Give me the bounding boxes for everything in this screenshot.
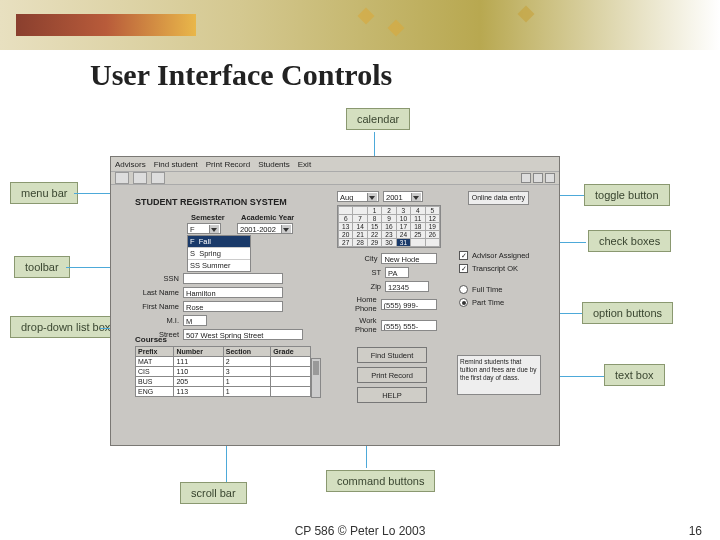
label-menubar: menu bar <box>10 182 78 204</box>
toolbar-button[interactable] <box>151 172 165 184</box>
print-record-button[interactable]: Print Record <box>357 367 427 383</box>
find-student-button[interactable]: Find Student <box>357 347 427 363</box>
menu-bar[interactable]: Advisors Find student Print Record Stude… <box>111 157 559 171</box>
radio[interactable] <box>459 298 468 307</box>
firstname-field[interactable]: Rose <box>183 301 283 312</box>
checkbox-group: ✓Advisor Assigned ✓Transcript OK <box>459 251 530 277</box>
lastname-field[interactable]: Hamilton <box>183 287 283 298</box>
year-dropdown[interactable]: 2001-2002 <box>237 223 293 234</box>
diagram-stage: calendar menu bar toolbar drop-down list… <box>0 102 720 462</box>
toolbar[interactable] <box>111 171 559 185</box>
semester-options[interactable]: F Fall S Spring SS Summer <box>187 235 251 272</box>
zip-field[interactable]: 12345 <box>385 281 429 292</box>
slide-title: User Interface Controls <box>90 58 392 92</box>
toolbar-button[interactable] <box>115 172 129 184</box>
label-option: option buttons <box>582 302 673 324</box>
decorative-header <box>0 0 720 50</box>
label-toolbar: toolbar <box>14 256 70 278</box>
semester-dropdown[interactable]: F <box>187 223 221 234</box>
close-icon[interactable] <box>545 173 555 183</box>
ssn-field[interactable] <box>183 273 283 284</box>
radio[interactable] <box>459 285 468 294</box>
toolbar-button[interactable] <box>133 172 147 184</box>
menu-item[interactable]: Print Record <box>206 160 250 169</box>
app-window: Advisors Find student Print Record Stude… <box>110 156 560 446</box>
label-scrollbar: scroll bar <box>180 482 247 504</box>
label-toggle: toggle button <box>584 184 670 206</box>
label-textbox: text box <box>604 364 665 386</box>
slide-footer: CP 586 © Peter Lo 2003 16 <box>0 524 720 538</box>
hphone-field[interactable]: (555) 999-9999 <box>381 299 437 310</box>
checkbox[interactable]: ✓ <box>459 251 468 260</box>
label-dropdown: drop-down list box <box>10 316 121 338</box>
help-button[interactable]: HELP <box>357 387 427 403</box>
menu-item[interactable]: Students <box>258 160 290 169</box>
mi-field[interactable]: M <box>183 315 207 326</box>
label-checkboxes: check boxes <box>588 230 671 252</box>
label-command: command buttons <box>326 470 435 492</box>
scrollbar[interactable] <box>311 358 321 398</box>
label-calendar: calendar <box>346 108 410 130</box>
menu-item[interactable]: Find student <box>154 160 198 169</box>
wphone-field[interactable]: (555) 555-9999 <box>381 320 437 331</box>
page-number: 16 <box>689 524 702 538</box>
command-buttons: Find Student Print Record HELP <box>357 347 427 403</box>
menu-item[interactable]: Exit <box>298 160 311 169</box>
year-label: Academic Year <box>241 213 294 222</box>
semester-label: Semester <box>191 213 225 222</box>
toggle-button[interactable]: Online data entry <box>468 191 529 205</box>
city-field[interactable]: New Hode <box>381 253 437 264</box>
message-textbox[interactable]: Remind students that tuition and fees ar… <box>457 355 541 395</box>
app-title: STUDENT REGISTRATION SYSTEM <box>135 197 287 207</box>
st-field[interactable]: PA <box>385 267 409 278</box>
calendar[interactable]: 1234567891011121314151617181920212223242… <box>337 205 441 248</box>
radio-group: Full Time Part Time <box>459 285 504 311</box>
cal-year[interactable]: 2001 <box>383 191 423 202</box>
cal-month[interactable]: Aug <box>337 191 379 202</box>
courses-table: Courses PrefixNumberSectionGradeMAT1112C… <box>135 335 311 397</box>
min-icon[interactable] <box>521 173 531 183</box>
max-icon[interactable] <box>533 173 543 183</box>
menu-item[interactable]: Advisors <box>115 160 146 169</box>
checkbox[interactable]: ✓ <box>459 264 468 273</box>
